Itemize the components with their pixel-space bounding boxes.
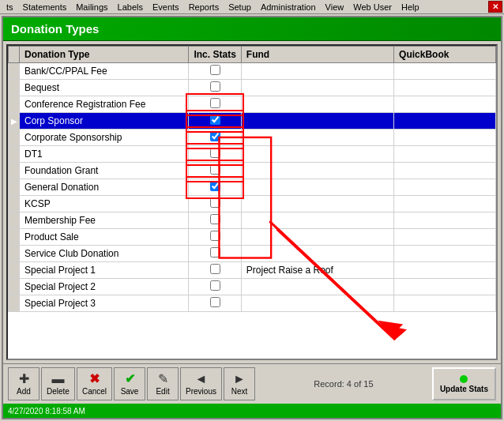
inc-stats-checkbox[interactable] (210, 81, 220, 92)
row-indicator: ▶ (9, 113, 20, 130)
inc-stats-checkbox[interactable] (210, 231, 220, 241)
quickbook-cell (394, 63, 496, 80)
inc-stats-cell[interactable] (189, 295, 241, 312)
previous-label: Previous (186, 387, 216, 396)
inc-stats-cell[interactable] (189, 196, 241, 212)
table-row[interactable]: Foundation Grant (9, 163, 496, 179)
inc-stats-cell[interactable] (189, 262, 241, 279)
row-indicator (9, 295, 20, 312)
quickbook-cell (394, 295, 496, 312)
previous-button[interactable]: ◄ Previous (180, 367, 222, 400)
save-label: Save (121, 387, 139, 396)
add-button[interactable]: ✚ Add (8, 367, 39, 400)
table-row[interactable]: General Donation (9, 179, 496, 196)
inc-stats-checkbox[interactable] (210, 181, 220, 191)
quickbook-cell (394, 246, 496, 262)
delete-button[interactable]: ▬ Delete (41, 367, 75, 400)
window-title: Donation Types (3, 17, 501, 41)
inc-stats-checkbox[interactable] (210, 214, 220, 224)
inc-stats-checkbox[interactable] (210, 131, 220, 141)
quickbook-cell (394, 212, 496, 229)
row-indicator (9, 130, 20, 146)
inc-stats-checkbox[interactable] (210, 197, 220, 208)
inc-stats-cell[interactable] (189, 179, 241, 196)
row-indicator (9, 229, 20, 246)
menu-bar: ts Statements Mailings Labels Events Rep… (0, 0, 504, 14)
inc-stats-cell[interactable] (189, 212, 241, 229)
menu-administration[interactable]: Administration (256, 2, 321, 13)
quickbook-cell (394, 80, 496, 96)
inc-stats-checkbox[interactable] (210, 247, 220, 257)
table-row[interactable]: Product Sale (9, 229, 496, 246)
inc-stats-checkbox[interactable] (210, 264, 220, 274)
inc-stats-cell[interactable] (189, 246, 241, 262)
menu-labels[interactable]: Labels (113, 2, 148, 13)
donation-type-cell: KCSP (20, 196, 189, 212)
inc-stats-cell[interactable] (189, 279, 241, 295)
inc-stats-checkbox[interactable] (210, 297, 220, 307)
add-icon: ✚ (19, 373, 29, 385)
update-stats-button[interactable]: Update Stats (432, 367, 496, 400)
table-row[interactable]: Bank/CC/PPAL Fee (9, 63, 496, 80)
cancel-button[interactable]: ✖ Cancel (77, 367, 112, 400)
fund-cell (241, 63, 393, 80)
inc-stats-cell[interactable] (189, 113, 241, 130)
close-button[interactable]: ✕ (488, 1, 502, 13)
fund-cell (241, 163, 393, 179)
inc-stats-cell[interactable] (189, 63, 241, 80)
table-row[interactable]: DT1 (9, 146, 496, 163)
table-row[interactable]: KCSP (9, 196, 496, 212)
menu-mailings[interactable]: Mailings (71, 2, 112, 13)
inc-stats-cell[interactable] (189, 146, 241, 163)
table-row[interactable]: Service Club Donation (9, 246, 496, 262)
table-row[interactable]: Special Project 2 (9, 279, 496, 295)
inc-stats-checkbox[interactable] (210, 164, 220, 175)
table-row[interactable]: Corporate Sponsorship (9, 130, 496, 146)
table-row[interactable]: Membership Fee (9, 212, 496, 229)
table-row[interactable]: ▶Corp Sponsor (9, 113, 496, 130)
table-row[interactable]: Special Project 1Project Raise a Roof (9, 262, 496, 279)
inc-stats-checkbox[interactable] (210, 148, 220, 158)
edit-button[interactable]: ✎ Edit (147, 367, 179, 400)
row-indicator (9, 179, 20, 196)
row-indicator (9, 262, 20, 279)
donation-type-cell: Special Project 3 (20, 295, 189, 312)
donation-type-cell: General Donation (20, 179, 189, 196)
col-header-fund: Fund (241, 47, 393, 63)
menu-events[interactable]: Events (148, 2, 184, 13)
cancel-icon: ✖ (89, 373, 100, 385)
menu-view[interactable]: View (321, 2, 349, 13)
quickbook-cell (394, 146, 496, 163)
menu-ts[interactable]: ts (2, 2, 18, 13)
menu-reports[interactable]: Reports (184, 2, 224, 13)
table-row[interactable]: Conference Registration Fee (9, 96, 496, 113)
prev-icon: ◄ (195, 373, 208, 385)
menu-help[interactable]: Help (397, 2, 424, 13)
table-row[interactable]: Bequest (9, 80, 496, 96)
row-indicator (9, 63, 20, 80)
donation-type-cell: Special Project 2 (20, 279, 189, 295)
edit-label: Edit (156, 387, 169, 396)
fund-cell (241, 113, 393, 130)
inc-stats-cell[interactable] (189, 163, 241, 179)
fund-cell (241, 229, 393, 246)
donation-types-table-container: Donation Type Inc. Stats Fund QuickBook … (6, 44, 498, 360)
table-row[interactable]: Special Project 3 (9, 295, 496, 312)
menu-setup[interactable]: Setup (224, 2, 256, 13)
toolbar: ✚ Add ▬ Delete ✖ Cancel ✔ Save ✎ Edit ◄ … (3, 363, 501, 404)
inc-stats-cell[interactable] (189, 96, 241, 113)
update-stats-indicator (460, 375, 468, 383)
inc-stats-checkbox[interactable] (210, 65, 220, 75)
fund-cell (241, 279, 393, 295)
menu-statements[interactable]: Statements (18, 2, 72, 13)
next-button[interactable]: ► Next (224, 367, 255, 400)
menu-webuser[interactable]: Web User (348, 2, 397, 13)
inc-stats-cell[interactable] (189, 229, 241, 246)
inc-stats-checkbox[interactable] (210, 280, 220, 291)
inc-stats-checkbox[interactable] (210, 98, 220, 108)
inc-stats-checkbox[interactable] (210, 115, 220, 125)
save-button[interactable]: ✔ Save (114, 367, 145, 400)
inc-stats-cell[interactable] (189, 80, 241, 96)
inc-stats-cell[interactable] (189, 130, 241, 146)
col-header-quickbook: QuickBook (394, 47, 496, 63)
